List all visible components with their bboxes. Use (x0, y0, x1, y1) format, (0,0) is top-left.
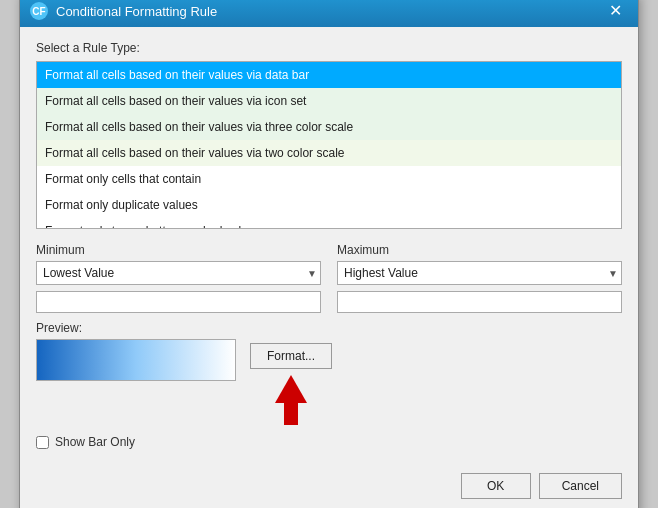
preview-box (36, 339, 236, 381)
rule-list-item[interactable]: Format only top or bottom ranked values (37, 218, 621, 229)
rule-type-label: Select a Rule Type: (36, 41, 622, 55)
maximum-label: Maximum (337, 243, 622, 257)
preview-section: Preview: (36, 321, 236, 381)
min-max-row: Minimum Lowest ValueNumberPercentFormula… (36, 243, 622, 313)
maximum-value-input[interactable] (337, 291, 622, 313)
rule-list-item[interactable]: Format all cells based on their values v… (37, 140, 621, 166)
show-bar-row: Show Bar Only (36, 435, 622, 449)
dialog-footer: OK Cancel (20, 465, 638, 508)
maximum-dropdown[interactable]: Highest ValueNumberPercentFormulaPercent… (337, 261, 622, 285)
cancel-button[interactable]: Cancel (539, 473, 622, 499)
title-bar-left: CF Conditional Formatting Rule (30, 2, 217, 20)
rule-list-item[interactable]: Format all cells based on their values v… (37, 114, 621, 140)
show-bar-only-label: Show Bar Only (55, 435, 135, 449)
dialog-icon: CF (30, 2, 48, 20)
minimum-value-input[interactable] (36, 291, 321, 313)
arrow-indicator (275, 375, 307, 425)
minimum-dropdown[interactable]: Lowest ValueNumberPercentFormulaPercenti… (36, 261, 321, 285)
title-bar: CF Conditional Formatting Rule ✕ (20, 0, 638, 27)
dialog-title: Conditional Formatting Rule (56, 4, 217, 19)
rule-list-item[interactable]: Format all cells based on their values v… (37, 62, 621, 88)
rule-list-item[interactable]: Format only cells that contain (37, 166, 621, 192)
arrow-stem (284, 403, 298, 425)
format-button[interactable]: Format... (250, 343, 332, 369)
dialog-body: Select a Rule Type: Format all cells bas… (20, 27, 638, 465)
arrow-head (275, 375, 307, 403)
preview-label: Preview: (36, 321, 236, 335)
maximum-dropdown-wrapper: Highest ValueNumberPercentFormulaPercent… (337, 261, 622, 285)
close-button[interactable]: ✕ (603, 1, 628, 21)
dialog: CF Conditional Formatting Rule ✕ Select … (19, 0, 639, 508)
maximum-column: Maximum Highest ValueNumberPercentFormul… (337, 243, 622, 313)
format-and-arrow: Format... (250, 321, 332, 425)
ok-button[interactable]: OK (461, 473, 531, 499)
show-bar-only-checkbox[interactable] (36, 436, 49, 449)
rule-list-item[interactable]: Format only duplicate values (37, 192, 621, 218)
rule-list-item[interactable]: Format all cells based on their values v… (37, 88, 621, 114)
minimum-column: Minimum Lowest ValueNumberPercentFormula… (36, 243, 321, 313)
minimum-label: Minimum (36, 243, 321, 257)
preview-row: Preview: Format... (36, 321, 622, 425)
rule-list[interactable]: Format all cells based on their values v… (36, 61, 622, 229)
minimum-dropdown-wrapper: Lowest ValueNumberPercentFormulaPercenti… (36, 261, 321, 285)
